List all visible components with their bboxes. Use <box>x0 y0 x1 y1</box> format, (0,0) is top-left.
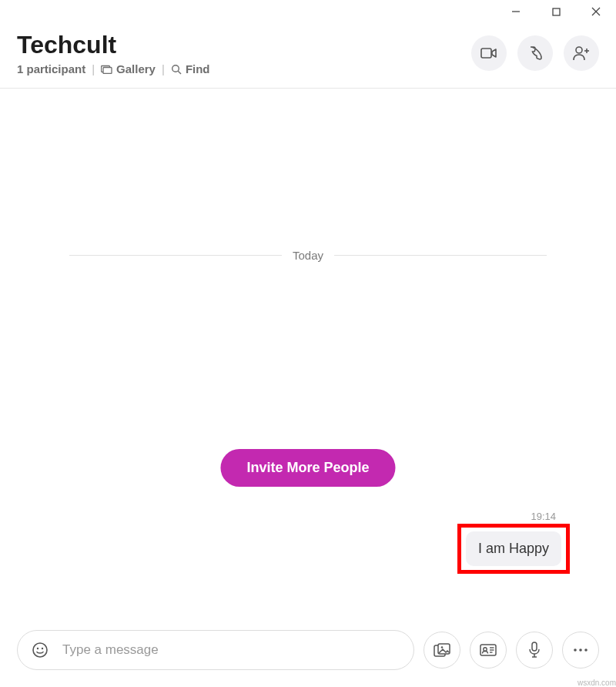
chat-title[interactable]: Techcult <box>17 31 210 59</box>
svg-point-28 <box>584 648 588 652</box>
message-bubble[interactable]: I am Happy <box>466 531 561 566</box>
watermark: wsxdn.com <box>578 679 616 687</box>
svg-point-14 <box>42 648 43 649</box>
voice-message-button[interactable] <box>516 632 553 669</box>
emoji-button[interactable] <box>28 638 52 662</box>
svg-point-9 <box>576 47 582 53</box>
find-button[interactable]: Find <box>171 62 210 75</box>
message-input[interactable] <box>61 642 407 659</box>
svg-point-17 <box>441 646 444 648</box>
date-divider: Today <box>69 249 547 262</box>
person-add-icon <box>572 45 591 61</box>
chat-header: Techcult 1 participant | Gallery | Find <box>0 23 616 89</box>
more-horizontal-icon <box>573 648 588 652</box>
search-icon <box>171 64 182 75</box>
separator: | <box>162 62 165 75</box>
svg-point-19 <box>484 648 487 651</box>
minimize-button[interactable] <box>496 0 536 23</box>
chat-header-info: Techcult 1 participant | Gallery | Find <box>17 31 210 75</box>
emoji-icon <box>31 641 49 659</box>
maximize-button[interactable] <box>536 0 576 23</box>
add-people-button[interactable] <box>564 35 599 71</box>
compose-input-container[interactable] <box>17 630 414 670</box>
more-options-button[interactable] <box>562 632 599 669</box>
svg-point-13 <box>37 648 38 649</box>
message-timestamp: 19:14 <box>531 511 556 522</box>
contact-card-icon <box>480 644 497 656</box>
gallery-button[interactable]: Gallery <box>101 62 156 75</box>
audio-call-button[interactable] <box>517 35 553 71</box>
svg-rect-23 <box>532 642 537 651</box>
separator: | <box>92 62 95 75</box>
chat-subline: 1 participant | Gallery | Find <box>17 62 210 75</box>
svg-line-7 <box>178 71 181 74</box>
date-divider-label: Today <box>282 249 334 262</box>
message-text: I am Happy <box>478 541 549 556</box>
chat-area: Today Invite More People 19:14 I am Happ… <box>0 89 616 597</box>
media-icon <box>434 643 450 657</box>
composer <box>17 630 599 670</box>
close-button[interactable] <box>576 0 616 23</box>
svg-rect-1 <box>553 8 560 15</box>
svg-rect-5 <box>103 67 112 73</box>
svg-point-12 <box>33 643 47 657</box>
svg-rect-8 <box>481 49 491 58</box>
svg-point-6 <box>172 65 179 72</box>
video-call-button[interactable] <box>471 35 507 71</box>
attach-media-button[interactable] <box>424 632 460 669</box>
gallery-icon <box>101 65 112 74</box>
invite-more-people-button[interactable]: Invite More People <box>220 449 395 487</box>
phone-icon <box>527 45 543 61</box>
svg-point-27 <box>579 648 582 652</box>
microphone-icon <box>528 642 541 659</box>
video-icon <box>480 47 497 59</box>
share-contact-button[interactable] <box>470 632 507 669</box>
header-actions <box>471 35 599 71</box>
highlight-annotation: I am Happy <box>457 524 570 574</box>
svg-point-26 <box>574 648 577 652</box>
titlebar <box>0 0 616 23</box>
participant-count[interactable]: 1 participant <box>17 62 85 75</box>
